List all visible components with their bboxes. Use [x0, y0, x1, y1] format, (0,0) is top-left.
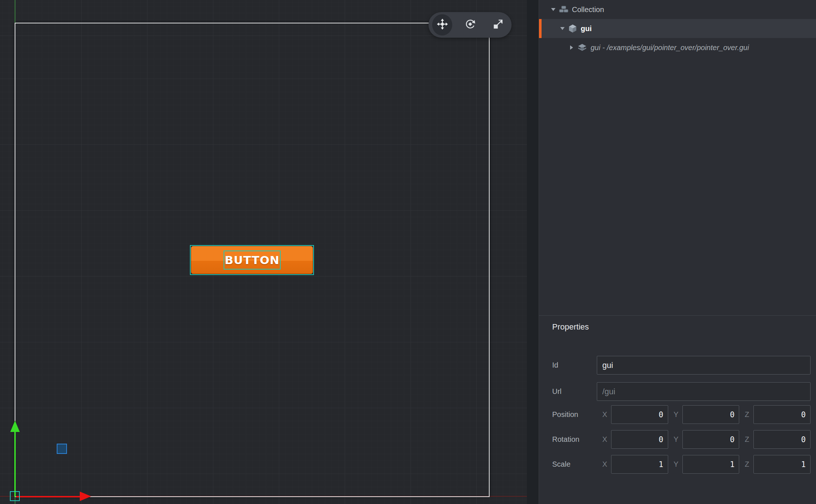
rotation-y-input[interactable] [682, 430, 739, 449]
properties-panel: Properties Id Url Position X Y [539, 315, 816, 504]
outline-item-collection[interactable]: Collection [539, 0, 816, 19]
url-row: Url [552, 382, 811, 401]
position-y-label: Y [674, 410, 678, 419]
properties-title: Properties [552, 321, 811, 332]
scale-row: Scale X Y Z [552, 455, 811, 474]
scale-x-input[interactable] [611, 455, 668, 474]
outline-item-gui[interactable]: gui [539, 19, 816, 38]
rotate-circle-icon [465, 19, 476, 31]
id-row: Id [552, 356, 811, 375]
origin-handle[interactable] [10, 491, 20, 501]
scene-viewport[interactable]: BUTTON [0, 0, 527, 504]
gui-component-layers-icon [577, 43, 587, 52]
url-label: Url [552, 387, 597, 396]
rotation-y-label: Y [674, 435, 678, 444]
selection-bar [539, 19, 542, 38]
move-tool-button[interactable] [432, 14, 452, 35]
id-label: Id [552, 361, 597, 369]
position-row: Position X Y Z [552, 405, 811, 424]
collection-bricks-icon [559, 5, 568, 14]
right-panel: Collection gui [539, 0, 816, 504]
caret-down-icon[interactable] [560, 26, 565, 31]
rotation-z-input[interactable] [753, 430, 811, 449]
outline-tree: Collection gui [539, 0, 816, 57]
move-arrows-icon [437, 19, 448, 31]
outline-item-label: Collection [572, 5, 604, 14]
position-x-input[interactable] [611, 405, 668, 424]
x-axis-gizmo[interactable] [16, 496, 81, 497]
scale-y-label: Y [674, 460, 678, 469]
xy-plane-handle[interactable] [57, 444, 67, 454]
editor-window: BUTTON [0, 0, 816, 504]
caret-down-icon[interactable] [551, 7, 556, 12]
position-label: Position [552, 410, 597, 419]
gui-button-text-node[interactable]: BUTTON [224, 251, 281, 270]
scale-z-label: Z [745, 460, 749, 469]
position-z-input[interactable] [753, 405, 811, 424]
caret-right-icon[interactable] [569, 45, 574, 50]
rotation-row: Rotation X Y Z [552, 430, 811, 449]
scale-square-icon [493, 19, 504, 31]
outline-item-gui-component[interactable]: gui - /examples/gui/pointer_over/pointer… [539, 38, 816, 57]
y-axis-gizmo[interactable] [14, 432, 16, 497]
gui-button-label: BUTTON [225, 253, 280, 267]
rotation-z-label: Z [745, 435, 749, 444]
position-x-label: X [602, 410, 607, 419]
scale-z-input[interactable] [753, 455, 811, 474]
x-axis-arrow-icon[interactable] [80, 492, 91, 501]
position-z-label: Z [745, 410, 749, 419]
scale-y-input[interactable] [682, 455, 739, 474]
scale-label: Scale [552, 460, 597, 469]
rotate-tool-button[interactable] [460, 14, 480, 35]
scale-x-label: X [602, 460, 607, 469]
panel-divider[interactable] [527, 0, 539, 504]
y-axis-arrow-icon[interactable] [10, 421, 20, 432]
rotation-x-label: X [602, 435, 607, 444]
position-y-input[interactable] [682, 405, 739, 424]
rotation-label: Rotation [552, 435, 597, 444]
outline-item-label: gui [581, 25, 592, 33]
scale-tool-button[interactable] [488, 14, 508, 35]
transform-toolbar [428, 12, 512, 38]
outline-item-label: gui - /examples/gui/pointer_over/pointer… [591, 44, 749, 52]
url-input[interactable] [597, 382, 811, 401]
rotation-x-input[interactable] [611, 430, 668, 449]
game-object-cube-icon [568, 24, 577, 33]
id-input[interactable] [597, 356, 811, 375]
